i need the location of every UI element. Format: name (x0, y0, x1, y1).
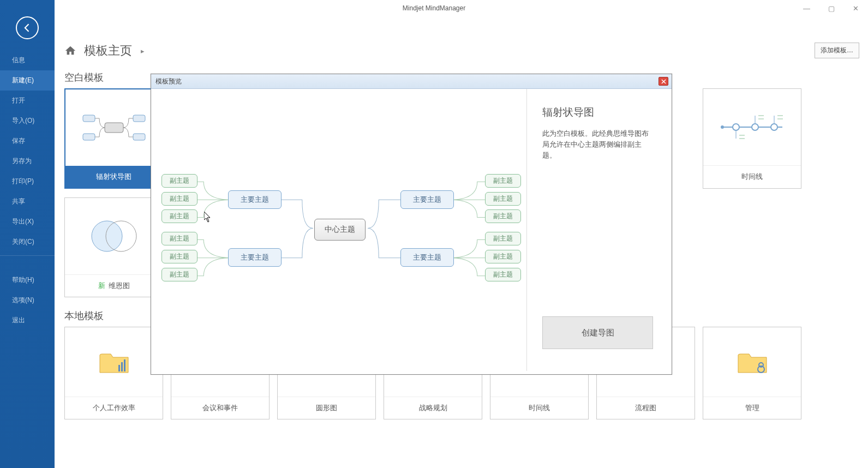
map-sub-topic: 副主题 (485, 209, 521, 223)
map-sub-topic: 副主题 (485, 192, 521, 206)
map-sub-topic: 副主题 (485, 268, 521, 281)
sidebar-item-saveas[interactable]: 另存为 (0, 151, 55, 171)
svg-rect-23 (124, 359, 125, 371)
svg-rect-3 (133, 115, 145, 122)
svg-point-9 (721, 125, 724, 129)
dialog-description: 此为空白模板。此经典思维导图布局允许在中心主题两侧编排副主题。 (542, 128, 653, 161)
svg-rect-22 (121, 362, 123, 371)
tile-label: 管理 (703, 397, 801, 419)
map-sub-topic: 副主题 (161, 232, 197, 245)
tile-label: 辐射状导图 (65, 166, 162, 188)
dialog-title-text: 模板预览 (155, 77, 182, 86)
tile-label: 时间线 (490, 397, 588, 419)
close-window-button[interactable]: ✕ (843, 0, 868, 16)
svg-point-8 (771, 124, 777, 130)
sidebar-item-options[interactable]: 选项(N) (0, 290, 55, 310)
app-title: Mindjet MindManager (403, 4, 465, 12)
dialog-close-button[interactable] (659, 77, 668, 86)
sidebar-item-save[interactable]: 保存 (0, 131, 55, 151)
sidebar-item-print[interactable]: 打印(P) (0, 171, 55, 191)
back-button[interactable] (16, 16, 39, 39)
svg-rect-1 (83, 115, 95, 122)
map-main-topic: 主要主题 (400, 248, 454, 267)
home-icon[interactable] (64, 45, 76, 57)
tile-label: 会议和事件 (171, 397, 269, 419)
tile-label: 战略规划 (384, 397, 482, 419)
svg-point-7 (752, 124, 758, 130)
map-sub-topic: 副主题 (485, 174, 521, 188)
sidebar-item-info[interactable]: 信息 (0, 50, 55, 70)
map-center-topic: 中心主题 (314, 219, 366, 241)
sidebar-item-close[interactable]: 关闭(C) (0, 232, 55, 252)
tile-label: 流程图 (597, 397, 695, 419)
sidebar-item-export[interactable]: 导出(X) (0, 212, 55, 232)
dialog-preview-area: 中心主题 主要主题 主要主题 主要主题 主要主题 副主题 副主题 副主题 副主题… (154, 89, 527, 371)
tile-label: 新维恩图 (65, 274, 163, 297)
map-sub-topic: 副主题 (161, 209, 197, 223)
tile-label: 圆形图 (278, 397, 375, 419)
template-preview-dialog: 模板预览 中心主题 主要主题 主要主题 主要主 (151, 74, 672, 375)
maximize-button[interactable]: ▢ (819, 0, 843, 16)
map-sub-topic: 副主题 (161, 192, 197, 206)
map-sub-topic: 副主题 (485, 232, 521, 245)
minimize-button[interactable]: — (794, 0, 819, 16)
breadcrumb-label[interactable]: 模板主页 (84, 43, 132, 59)
local-template-tile[interactable]: 管理 (703, 327, 801, 419)
local-template-tile[interactable]: 个人工作效率 (64, 327, 163, 419)
svg-rect-2 (83, 134, 95, 140)
template-tile-radial[interactable]: 辐射状导图 (64, 88, 163, 189)
sidebar-item-share[interactable]: 共享 (0, 191, 55, 212)
svg-point-6 (733, 124, 739, 130)
svg-point-19 (92, 221, 122, 251)
map-main-topic: 主要主题 (228, 248, 282, 267)
sidebar-item-help[interactable]: 帮助(H) (0, 270, 55, 290)
breadcrumb: 模板主页 ▸ (64, 43, 859, 59)
chevron-right-icon: ▸ (141, 47, 145, 55)
add-template-button[interactable]: 添加模板… (815, 43, 859, 58)
sidebar-item-open[interactable]: 打开 (0, 91, 55, 111)
svg-rect-0 (105, 123, 123, 133)
sidebar-item-new[interactable]: 新建(E) (0, 70, 55, 91)
template-tile-timeline[interactable]: 时间线 (703, 88, 801, 189)
sidebar: 信息 新建(E) 打开 导入(O) 保存 另存为 打印(P) 共享 导出(X) … (0, 0, 55, 468)
tile-label: 个人工作效率 (65, 397, 163, 419)
map-main-topic: 主要主题 (228, 190, 282, 209)
svg-rect-21 (118, 365, 120, 371)
map-sub-topic: 副主题 (161, 250, 197, 263)
sidebar-item-exit[interactable]: 退出 (0, 310, 55, 331)
tile-label: 时间线 (703, 165, 801, 188)
template-tile-venn[interactable]: 新维恩图 (64, 197, 163, 297)
create-map-button[interactable]: 创建导图 (542, 316, 653, 349)
map-main-topic: 主要主题 (400, 190, 454, 209)
titlebar: Mindjet MindManager — ▢ ✕ (0, 0, 868, 16)
map-sub-topic: 副主题 (161, 268, 197, 281)
dialog-side-panel: 辐射状导图 此为空白模板。此经典思维导图布局允许在中心主题两侧编排副主题。 创建… (527, 89, 668, 371)
svg-rect-4 (133, 134, 145, 140)
map-sub-topic: 副主题 (485, 250, 521, 263)
map-sub-topic: 副主题 (161, 174, 197, 188)
dialog-heading: 辐射状导图 (542, 105, 653, 119)
sidebar-item-import[interactable]: 导入(O) (0, 111, 55, 131)
dialog-titlebar: 模板预览 (151, 74, 672, 89)
